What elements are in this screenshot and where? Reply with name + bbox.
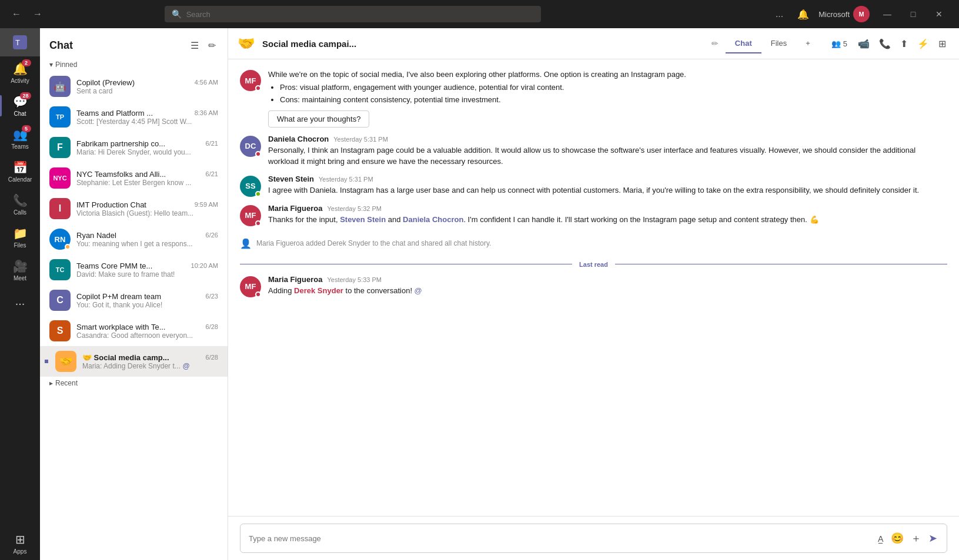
status-busy-indicator — [255, 220, 261, 226]
list-item[interactable]: I IMT Production Chat 9:59 AM Victoria B… — [40, 193, 228, 224]
message-group: DC Daniela Chocron Yesterday 5:31 PM Per… — [240, 135, 947, 167]
video-call-button[interactable]: 📹 — [854, 35, 873, 53]
nav-forward-button[interactable]: → — [28, 6, 47, 22]
maximize-button[interactable]: □ — [900, 5, 926, 24]
mention-icon: @ — [183, 362, 190, 370]
chat-item-body: Ryan Nadel 6/26 You: meaning when I get … — [76, 231, 218, 248]
message-author: Daniela Chocron — [268, 135, 329, 143]
more-icon: ··· — [15, 297, 25, 310]
screen-share-button[interactable]: ⬆ — [897, 35, 911, 53]
avatar: NYC — [49, 167, 71, 189]
edit-name-icon[interactable]: ✏ — [711, 39, 719, 48]
sidebar-item-more[interactable]: ··· — [0, 287, 40, 320]
chat-item-preview: Sent a card — [76, 87, 218, 95]
avatar: MF — [240, 276, 261, 297]
audio-call-button[interactable]: 📞 — [876, 35, 894, 53]
avatar: MF — [240, 205, 261, 226]
mention-steven[interactable]: Steven Stein — [340, 215, 386, 224]
list-item[interactable]: S Smart workplace with Te... 6/28 Casand… — [40, 316, 228, 346]
emoji-button[interactable]: 😊 — [890, 531, 905, 546]
sidebar-item-chat[interactable]: 💬28 Chat — [0, 89, 40, 122]
mention-derek[interactable]: Derek Snyder — [294, 286, 343, 295]
chat-item-preview: Casandra: Good afternoon everyon... — [76, 331, 218, 340]
sidebar-item-teams[interactable]: 👥5 Teams — [0, 122, 40, 155]
tab-files[interactable]: Files — [761, 34, 796, 53]
chat-actions: 👥 5 📹 📞 ⬆ ⚡ ⊞ — [827, 35, 950, 53]
message-group: SS Steven Stein Yesterday 5:31 PM I agre… — [240, 175, 947, 197]
thoughts-button[interactable]: What are your thoughts? — [268, 110, 369, 128]
apps-button[interactable]: ⚡ — [914, 35, 933, 53]
add-tab-button[interactable]: + — [796, 34, 820, 53]
sidebar-item-calls[interactable]: 📞 Calls — [0, 188, 40, 221]
sidebar-item-meet[interactable]: 🎥 Meet — [0, 254, 40, 287]
chat-item-body: Teams and Platform ... 8:36 AM Scott: [Y… — [76, 109, 218, 126]
list-item[interactable]: 🤝 🤝 Social media camp... 6/28 Maria: Add… — [40, 346, 228, 377]
recent-section[interactable]: ▸ Recent — [40, 377, 228, 390]
message-time: Yesterday 5:31 PM — [333, 136, 388, 143]
list-item[interactable]: C Copilot P+M dream team 6/23 You: Got i… — [40, 285, 228, 316]
group-avatar: 🤝 — [238, 35, 255, 52]
chat-item-preview: Stephanie: Let Ester Bergen know ... — [76, 179, 218, 187]
avatar: DC — [240, 136, 261, 157]
send-icon: ➤ — [928, 532, 937, 544]
participants-button[interactable]: 👥 5 — [827, 36, 852, 52]
list-item[interactable]: 🤖 Copilot (Preview) 4:56 AM Sent a card — [40, 71, 228, 102]
status-online-indicator — [255, 191, 261, 197]
search-input[interactable] — [186, 10, 534, 19]
sidebar-item-activity[interactable]: 🔔2 Activity — [0, 56, 40, 89]
list-item[interactable]: RN Ryan Nadel 6/26 You: meaning when I g… — [40, 224, 228, 254]
message-body: Maria Figueroa Yesterday 5:33 PM Adding … — [268, 275, 947, 297]
sidebar-item-apps[interactable]: ⊞ Apps — [0, 527, 40, 560]
search-icon: 🔍 — [172, 9, 182, 19]
avatar: 🤖 — [49, 76, 71, 97]
list-item[interactable]: F Fabrikam partnership co... 6/21 Maria:… — [40, 132, 228, 163]
minimize-button[interactable]: — — [874, 5, 900, 24]
user-profile[interactable]: Microsoft M — [818, 6, 870, 22]
nav-back-button[interactable]: ← — [7, 6, 26, 22]
attach-button[interactable]: ＋ — [910, 530, 923, 546]
more-options-button[interactable]: ⊞ — [935, 35, 950, 53]
compose-area: A̲ 😊 ＋ ➤ — [228, 516, 959, 560]
chat-item-name: Ryan Nadel — [76, 231, 116, 240]
message-author: Maria Figueroa — [268, 204, 322, 213]
search-box[interactable]: 🔍 — [165, 6, 541, 22]
send-button[interactable]: ➤ — [927, 531, 938, 546]
pinned-section[interactable]: ▾ Pinned — [40, 58, 228, 71]
compose-input[interactable] — [249, 534, 872, 543]
at-mention-icon: @ — [415, 286, 422, 295]
chat-item-body: NYC Teamsfolks and Alli... 6/21 Stephani… — [76, 170, 218, 187]
avatar: I — [49, 198, 71, 219]
messages-area: MF While we're on the topic of social me… — [228, 59, 959, 516]
message-text: I agree with Daniela. Instagram has a la… — [268, 185, 947, 196]
list-item[interactable]: TC Teams Core PMM te... 10:20 AM David: … — [40, 254, 228, 285]
avatar: TC — [49, 259, 71, 280]
more-options-button[interactable]: ... — [771, 6, 788, 22]
main-chat-area: 🤝 Social media campai... ✏ Chat Files + … — [228, 28, 959, 560]
sidebar-item-calendar[interactable]: 📅 Calendar — [0, 155, 40, 188]
username-label: Microsoft — [818, 10, 850, 19]
compose-button[interactable]: ✏ — [206, 38, 218, 53]
chat-title-bar: 🤝 Social media campai... ✏ Chat Files + … — [228, 28, 959, 59]
message-header: Maria Figueroa Yesterday 5:33 PM — [268, 275, 947, 284]
notification-button[interactable]: 🔔 — [793, 6, 814, 22]
list-item[interactable]: NYC NYC Teamsfolks and Alli... 6/21 Step… — [40, 163, 228, 193]
message-header: Steven Stein Yesterday 5:31 PM — [268, 175, 947, 183]
system-text: Maria Figueroa added Derek Snyder to the… — [256, 239, 491, 247]
message-header: Daniela Chocron Yesterday 5:31 PM — [268, 135, 947, 143]
window-controls: — □ ✕ — [874, 5, 952, 24]
message-group: MF Maria Figueroa Yesterday 5:33 PM Addi… — [240, 275, 947, 297]
format-button[interactable]: A̲ — [877, 531, 885, 546]
activity-label: Activity — [11, 78, 29, 84]
mention-daniela[interactable]: Daniela Chocron — [403, 215, 463, 224]
list-item[interactable]: TP Teams and Platform ... 8:36 AM Scott:… — [40, 102, 228, 132]
participants-icon: 👥 — [831, 39, 841, 48]
filter-button[interactable]: ☰ — [188, 38, 201, 53]
nav-buttons: ← → — [7, 6, 47, 22]
chat-item-body: Copilot (Preview) 4:56 AM Sent a card — [76, 78, 218, 95]
message-text: Thanks for the input, Steven Stein and D… — [268, 214, 947, 226]
avatar-wrap: C — [49, 290, 71, 311]
tab-chat[interactable]: Chat — [726, 34, 761, 53]
preview-text: Maria: Adding Derek Snyder t... — [82, 362, 181, 370]
close-button[interactable]: ✕ — [926, 5, 952, 24]
sidebar-item-files[interactable]: 📁 Files — [0, 221, 40, 254]
